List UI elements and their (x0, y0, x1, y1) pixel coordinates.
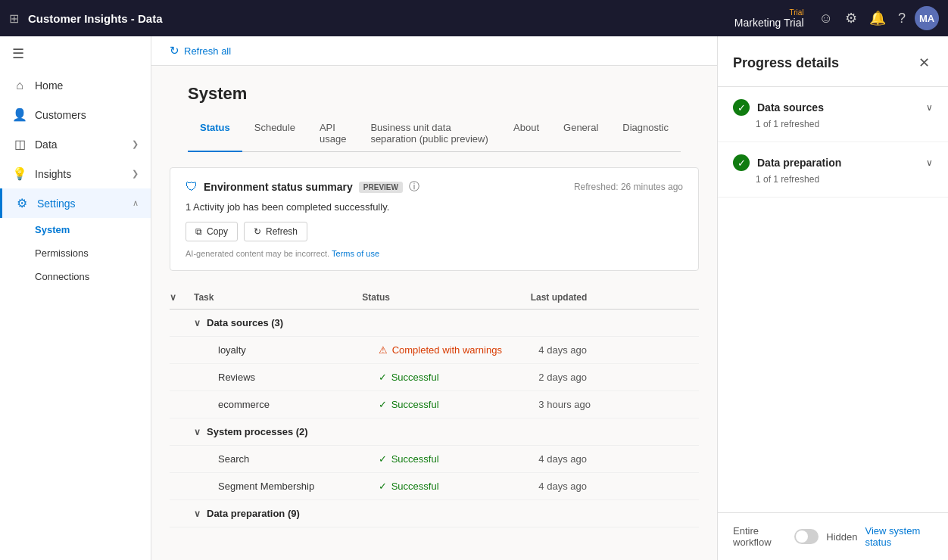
sidebar: ☰ ⌂ Home 👤 Customers ◫ Data ❯ 💡 Insights… (0, 36, 151, 560)
sidebar-item-home-label: Home (35, 79, 63, 92)
env-card-body: 1 Activity job has been completed succes… (186, 201, 683, 213)
data-sources-chevron-icon: ∨ (194, 318, 201, 328)
terms-of-use-link[interactable]: Terms of use (332, 249, 379, 258)
system-processes-group-label: System processes (2) (207, 426, 308, 437)
status-text-search: Successful (391, 453, 439, 465)
data-icon: ◫ (12, 137, 27, 151)
tab-about[interactable]: About (501, 116, 551, 152)
smiley-button[interactable]: ☺ (816, 8, 836, 30)
refresh-button[interactable]: ↻ Refresh (244, 222, 307, 241)
data-chevron-icon: ❯ (132, 139, 139, 149)
updated-reviews: 2 days ago (538, 372, 699, 383)
trial-org: Trial Marketing Trial (734, 8, 810, 29)
refresh-bar: ↻ Refresh all (151, 36, 717, 66)
system-header: System Status Schedule API usage Busines… (170, 66, 699, 152)
task-search: Search (194, 453, 379, 465)
sidebar-item-data[interactable]: ◫ Data ❯ (0, 129, 151, 159)
env-card-title: Environment status summary (204, 181, 353, 193)
sidebar-item-customers[interactable]: 👤 Customers (0, 100, 151, 129)
tab-general[interactable]: General (551, 116, 610, 152)
check-icon-segment: ✓ (379, 481, 387, 492)
progress-item-data-preparation-sub: 1 of 1 refreshed (733, 174, 933, 185)
avatar[interactable]: MA (915, 6, 939, 30)
data-table: ∨ Task Status Last updated ∨ Data source… (170, 286, 699, 527)
refresh-label: Refresh (266, 226, 298, 237)
data-preparation-group-label: Data preparation (9) (207, 508, 300, 519)
progress-panel-header: Progress details ✕ (718, 36, 948, 87)
env-card-body-text: 1 Activity job has been completed succes… (186, 201, 389, 213)
sidebar-sub-item-system-label: System (35, 224, 70, 235)
bell-button[interactable]: 🔔 (866, 7, 889, 30)
settings-chevron-icon: ∧ (133, 198, 139, 208)
updated-search: 4 days ago (538, 453, 699, 465)
sidebar-item-insights[interactable]: 💡 Insights ❯ (0, 159, 151, 188)
sidebar-item-settings[interactable]: ⚙ Settings ∧ (0, 188, 151, 218)
expand-col-header: ∨ (170, 292, 194, 303)
view-system-status-link[interactable]: View system status (865, 525, 934, 548)
progress-item-data-preparation-title: Data preparation (757, 157, 918, 169)
hidden-label: Hidden (826, 531, 857, 543)
insights-icon: 💡 (12, 166, 27, 181)
tab-business-unit[interactable]: Business unit data separation (public pr… (358, 116, 501, 152)
scrollable-content: System Status Schedule API usage Busines… (151, 66, 717, 560)
check-circle-data-sources: ✓ (733, 99, 750, 116)
main-content: ↻ Refresh all System Status Schedule API… (151, 36, 717, 560)
progress-item-data-preparation-expand[interactable]: ∨ (926, 157, 933, 168)
sidebar-sub-item-permissions-label: Permissions (35, 247, 89, 259)
tab-schedule[interactable]: Schedule (242, 116, 307, 152)
info-icon: ⓘ (409, 180, 419, 194)
sidebar-sub-item-connections[interactable]: Connections (0, 265, 151, 288)
group-header-system-processes[interactable]: ∨ System processes (2) (170, 418, 699, 446)
check-circle-data-preparation: ✓ (733, 154, 750, 171)
check-icon-reviews: ✓ (379, 372, 387, 383)
topbar: ⊞ Customer Insights - Data Trial Marketi… (0, 0, 948, 36)
group-header-data-preparation[interactable]: ∨ Data preparation (9) (170, 500, 699, 527)
status-text-ecommerce: Successful (391, 399, 439, 410)
task-reviews: Reviews (194, 372, 379, 383)
sidebar-sub-item-system[interactable]: System (0, 218, 151, 241)
tabs: Status Schedule API usage Business unit … (188, 116, 681, 152)
env-card-icon: 🛡 (186, 180, 198, 194)
org-name: Marketing Trial (734, 17, 804, 29)
progress-item-data-sources-expand[interactable]: ∨ (926, 102, 933, 113)
copy-button[interactable]: ⧉ Copy (186, 222, 238, 241)
table-header: ∨ Task Status Last updated (170, 286, 699, 310)
grid-icon[interactable]: ⊞ (9, 11, 19, 26)
refresh-all-icon: ↻ (170, 44, 179, 58)
tab-status[interactable]: Status (188, 116, 242, 152)
sidebar-sub-item-connections-label: Connections (35, 271, 89, 282)
refresh-all-label: Refresh all (184, 45, 231, 57)
help-button[interactable]: ? (895, 8, 909, 30)
status-reviews: ✓ Successful (379, 372, 539, 383)
progress-item-data-preparation: ✓ Data preparation ∨ 1 of 1 refreshed (718, 142, 948, 198)
app-title: Customer Insights - Data (28, 12, 734, 25)
table-row: Segment Membership ✓ Successful 4 days a… (170, 473, 699, 500)
status-text-reviews: Successful (391, 372, 439, 383)
close-progress-panel-button[interactable]: ✕ (915, 51, 933, 74)
sidebar-sub-item-permissions[interactable]: Permissions (0, 241, 151, 265)
updated-col-header: Last updated (531, 292, 699, 303)
sidebar-item-home[interactable]: ⌂ Home (0, 71, 151, 100)
collapse-all-icon[interactable]: ∨ (170, 292, 176, 303)
table-row: Search ✓ Successful 4 days ago (170, 446, 699, 473)
check-icon-ecommerce: ✓ (379, 399, 387, 410)
insights-chevron-icon: ❯ (132, 169, 139, 179)
sidebar-item-customers-label: Customers (35, 109, 86, 121)
hamburger-button[interactable]: ☰ (0, 36, 151, 71)
group-header-data-sources[interactable]: ∨ Data sources (3) (170, 310, 699, 337)
settings-button[interactable]: ⚙ (842, 7, 860, 30)
progress-item-data-sources: ✓ Data sources ∨ 1 of 1 refreshed (718, 87, 948, 142)
workflow-toggle[interactable] (794, 529, 819, 544)
updated-ecommerce: 3 hours ago (538, 399, 699, 410)
refresh-all-button[interactable]: ↻ Refresh all (170, 44, 231, 58)
check-icon-search: ✓ (379, 453, 387, 465)
tab-diagnostic[interactable]: Diagnostic (610, 116, 681, 152)
workflow-footer: Entire workflow Hidden View system statu… (718, 512, 948, 560)
main-layout: ☰ ⌂ Home 👤 Customers ◫ Data ❯ 💡 Insights… (0, 36, 948, 560)
status-segment-membership: ✓ Successful (379, 481, 539, 492)
sidebar-item-data-label: Data (35, 138, 58, 151)
data-sources-group-label: Data sources (3) (207, 317, 283, 328)
copy-icon: ⧉ (195, 226, 202, 237)
tab-api-usage[interactable]: API usage (307, 116, 358, 152)
progress-item-data-sources-title: Data sources (757, 101, 918, 114)
